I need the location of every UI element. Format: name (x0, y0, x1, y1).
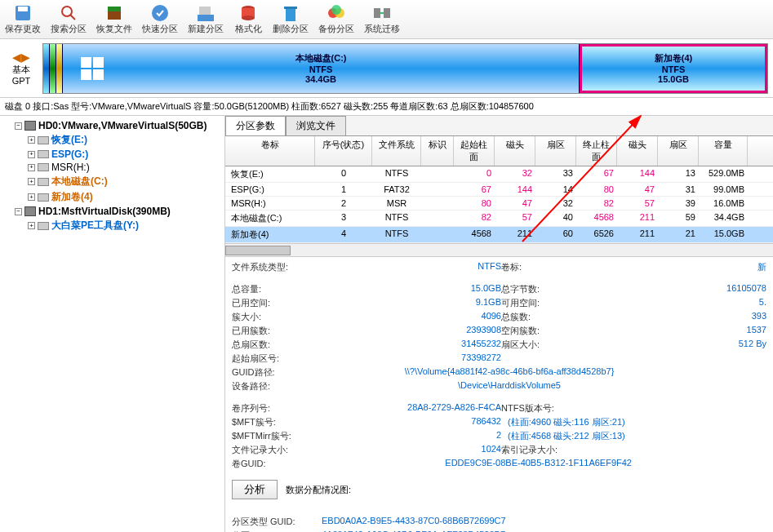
volume-icon (38, 222, 49, 230)
nav-arrows-icon[interactable]: ◀▶ (12, 51, 30, 64)
tab-partition-params[interactable]: 分区参数 (225, 116, 286, 135)
col-header[interactable]: 磁头 (495, 136, 535, 166)
toolbar-label: 新建分区 (188, 23, 224, 35)
tree-item[interactable]: MSR(H:) (51, 162, 90, 173)
cell-cap: 15.0GB (699, 227, 748, 242)
svg-rect-12 (286, 8, 295, 21)
tree-item[interactable]: 新加卷(4) (51, 190, 93, 204)
hdd-icon (24, 121, 36, 131)
toolbar-new-button[interactable]: 新建分区 (183, 0, 229, 38)
pm-msr[interactable] (56, 44, 63, 93)
expand-toggle[interactable]: + (28, 193, 35, 201)
svg-rect-5 (108, 7, 121, 11)
col-header[interactable]: 起始柱面 (454, 136, 495, 166)
filerec-value: 1024 (305, 444, 501, 456)
toolbar-migrate-button[interactable]: 系统迁移 (359, 0, 405, 38)
toolbar-label: 快速分区 (142, 23, 178, 35)
migrate-icon (372, 3, 392, 23)
toolbar-label: 格式化 (235, 23, 262, 35)
mftmirr-ext: (柱面:4568 磁头:212 扇区:13) (501, 430, 625, 442)
backup-icon (327, 3, 346, 23)
start-sec-label: 起始扇区号: (232, 352, 305, 365)
cell-es: 21 (658, 227, 699, 242)
expand-toggle[interactable]: + (28, 151, 35, 158)
tree-hd1[interactable]: HD1:MsftVirtualDisk(390MB) (38, 206, 171, 217)
cell-seq: 2 (315, 197, 372, 210)
pm-local-c[interactable]: 本地磁盘(C:) NTFS 34.4GB (63, 44, 580, 93)
dev-path-label: 设备路径: (232, 380, 305, 392)
quick-icon (150, 3, 170, 23)
pm-new-volume[interactable]: 新加卷(4) NTFS 15.0GB (580, 44, 767, 93)
toolbar-save-button[interactable]: 保存更改 (0, 0, 46, 38)
col-header[interactable]: 容量 (699, 136, 748, 166)
expand-toggle[interactable]: + (28, 178, 35, 185)
table-row[interactable]: 恢复(E:)0NTFS032336714413529.0MB (225, 166, 773, 183)
col-header[interactable]: 卷标 (225, 136, 315, 166)
toolbar-quick-button[interactable]: 快速分区 (137, 0, 183, 38)
pm-esp[interactable] (50, 44, 56, 93)
expand-toggle[interactable]: + (28, 222, 35, 229)
sec-size-label: 扇区大小: (501, 339, 575, 351)
tree-item[interactable]: 大白菜PE工具盘(Y:) (51, 219, 139, 233)
col-header[interactable]: 扇区 (535, 136, 576, 166)
toolbar-format-button[interactable]: 格式化 (229, 0, 268, 38)
pm-recovery[interactable] (43, 44, 50, 93)
toolbar-search-button[interactable]: 搜索分区 (46, 0, 91, 38)
table-row[interactable]: 本地磁盘(C:)3NTFS82574045682115934.4GB (225, 211, 773, 227)
tab-browse-files[interactable]: 浏览文件 (286, 116, 346, 135)
toolbar-delete-button[interactable]: 删除分区 (268, 0, 313, 38)
partition-table: 卷标序号(状态)文件系统标识起始柱面磁头扇区终止柱面磁头扇区容量 恢复(E:)0… (225, 136, 773, 257)
cell-sc: 4568 (454, 227, 495, 242)
guid-path-label: GUID路径: (232, 366, 305, 379)
toolbar-recover-button[interactable]: 恢复文件 (91, 0, 137, 38)
expand-toggle[interactable]: + (28, 164, 35, 171)
col-header[interactable]: 终止柱面 (576, 136, 617, 166)
cell-eh: 211 (617, 211, 658, 226)
expand-toggle[interactable]: − (15, 208, 22, 215)
cell-sh: 144 (495, 183, 535, 196)
col-header[interactable]: 序号(状态) (315, 136, 372, 166)
fs-type-label: 文件系统类型: (232, 261, 305, 273)
disk-info-line: 磁盘 0 接口:Sas 型号:VMware,VMwareVirtualS 容量:… (0, 98, 773, 116)
col-header[interactable]: 标识 (421, 136, 454, 166)
cell-name: MSR(H:) (225, 197, 315, 210)
table-row[interactable]: MSR(H:)2MSR80473282573916.0MB (225, 197, 773, 211)
recover-icon (104, 3, 124, 23)
cell-name: 本地磁盘(C:) (225, 211, 315, 226)
toolbar-backup-button[interactable]: 备份分区 (313, 0, 359, 38)
horizontal-scrollbar[interactable] (225, 243, 773, 256)
vol-value: 新 (575, 261, 766, 273)
tree-item[interactable]: 恢复(E:) (51, 133, 87, 147)
pm-c-fs: NTFS (309, 64, 333, 74)
main-toolbar: 保存更改搜索分区恢复文件快速分区新建分区格式化删除分区备份分区系统迁移 (0, 0, 773, 39)
save-icon (13, 3, 33, 23)
svg-rect-7 (198, 15, 214, 21)
scrollbar-thumb[interactable] (225, 246, 291, 255)
table-row[interactable]: 新加卷(4)4NTFS45682116065262112115.0GB (225, 227, 773, 243)
pm-c-size: 34.4GB (305, 74, 336, 84)
cell-ss: 60 (535, 227, 576, 242)
expand-toggle[interactable]: − (15, 122, 22, 130)
pm-new-size: 15.0GB (658, 74, 689, 84)
tree-item[interactable]: ESP(G:) (51, 149, 88, 160)
col-header[interactable]: 扇区 (658, 136, 699, 166)
total-bytes-value: 16105078 (575, 283, 766, 295)
table-row[interactable]: ESP(G:)1FAT32671441480473199.0MB (225, 183, 773, 197)
col-header[interactable]: 磁头 (617, 136, 658, 166)
nav-gpt-label: GPT (12, 76, 31, 86)
start-sec-value: 73398272 (305, 352, 501, 365)
cell-es: 59 (658, 211, 699, 226)
svg-rect-13 (284, 7, 297, 9)
col-header[interactable]: 文件系统 (372, 136, 421, 166)
cell-sc: 67 (454, 183, 495, 196)
tree-item[interactable]: 本地磁盘(C:) (51, 175, 108, 188)
partition-map[interactable]: 本地磁盘(C:) NTFS 34.4GB 新加卷(4) NTFS 15.0GB (42, 43, 768, 94)
analyze-button[interactable]: 分析 (232, 480, 278, 499)
search-icon (59, 3, 78, 23)
expand-toggle[interactable]: + (28, 136, 35, 144)
svg-rect-18 (384, 8, 390, 18)
hdd-icon (24, 206, 36, 216)
avail-label: 可用空间: (501, 297, 575, 309)
tree-hd0[interactable]: HD0:VMware,VMwareVirtualS(50GB) (38, 120, 207, 131)
alloc-label: 数据分配情况图: (286, 484, 351, 496)
